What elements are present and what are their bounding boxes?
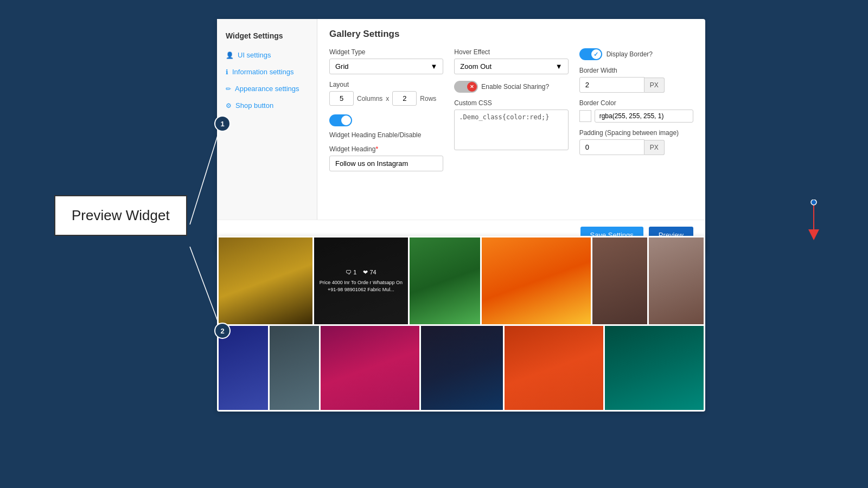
caption: Price 4000 Inr To Orde r Whatsapp On +91… [314,279,408,293]
heading-toggle-group: Widget Heading Enable/Disable [329,112,443,139]
color-swatch[interactable] [579,110,591,122]
display-border-toggle[interactable]: ✓ [579,48,602,60]
hover-effect-select[interactable]: Zoom Out ▼ [454,59,568,74]
social-sharing-toggle[interactable]: ✕ [454,81,478,93]
gallery-item-10 [605,326,704,410]
border-color-row [579,110,693,123]
padding-label: Padding (Spacing between image) [579,129,693,137]
border-width-group: Border Width PX [579,67,693,93]
gallery-settings-panel: Gallery Settings Widget Type Grid ▼ Layo [317,19,705,220]
hover-effect-group: Hover Effect Zoom Out ▼ [454,48,568,74]
padding-row: PX [579,139,693,155]
comments-count: ❤ 74 [363,269,376,276]
gallery-row-2 [219,326,704,410]
layout-group: Layout Columns x Rows [329,81,443,106]
padding-input[interactable] [579,139,644,155]
chevron-down-icon: ▼ [430,62,437,70]
svg-marker-3 [808,229,819,240]
layout-label: Layout [329,81,443,88]
settings-panel: Widget Settings 👤 UI settings ℹ Informat… [217,19,705,220]
preview-widget-label: Preview Widget [72,207,170,223]
heading-toggle-wrap [329,114,443,126]
border-width-unit: PX [644,78,665,93]
svg-point-4 [811,200,816,205]
check-icon: ✓ [593,51,598,58]
custom-css-textarea[interactable]: .Demo_class{color:red;} [454,110,568,150]
sidebar-label-shop: Shop button [235,101,273,110]
gallery-item-2: 🗨 1 ❤ 74 Price 4000 Inr To Orde r Whatsa… [314,237,408,324]
gear-icon: ⚙ [226,102,232,110]
badge-1: 1 [214,115,231,132]
toggle-blue-knob: ✓ [591,49,601,59]
border-color-group: Border Color [579,99,693,123]
padding-group: Padding (Spacing between image) PX [579,129,693,155]
badge-2: 2 [214,323,231,339]
gallery-row-1: 🗨 1 ❤ 74 Price 4000 Inr To Orde r Whatsa… [219,237,704,324]
gallery-item-8 [421,326,503,410]
custom-css-label: Custom CSS [454,99,568,107]
gallery-item-1 [219,237,312,324]
gallery-settings-title: Gallery Settings [329,29,693,40]
sidebar: Widget Settings 👤 UI settings ℹ Informat… [217,19,317,220]
heading-toggle-label: Widget Heading Enable/Disable [329,131,443,139]
border-width-label: Border Width [579,67,693,74]
gallery-item-3 [410,237,480,324]
gallery-preview-section: 🗨 1 ❤ 74 Price 4000 Inr To Orde r Whatsa… [217,236,705,412]
sidebar-item-appearance-settings[interactable]: ✏ Appearance settings [217,80,317,97]
border-width-input[interactable] [579,77,644,93]
gallery-item-7 [321,326,419,410]
layout-row: Columns x Rows [329,91,443,106]
likes-count: 🗨 1 [346,269,356,276]
widget-type-label: Widget Type [329,48,443,56]
sidebar-label-ui: UI settings [238,51,271,59]
widget-type-group: Widget Type Grid ▼ [329,48,443,74]
widget-heading-label: Widget Heading* [329,145,443,153]
chevron-down-icon-hover: ▼ [556,62,563,70]
red-arrow [806,200,822,243]
gallery-item-5b [649,237,704,324]
gallery-item-4 [482,237,591,324]
display-border-row: ✓ Display Border? [579,48,693,60]
col-right: ✓ Display Border? Border Width PX [579,48,693,171]
gallery-item-9 [505,326,603,410]
columns-label: Columns [357,95,382,102]
columns-input[interactable] [329,91,354,106]
user-icon: 👤 [226,52,234,59]
toggle-knob [341,115,351,125]
social-sharing-label: Enable Social Sharing? [481,83,549,91]
col-mid: Hover Effect Zoom Out ▼ ✕ Enable Social [454,48,568,171]
gallery-item-5a [592,237,647,324]
gallery-item-6a [219,326,268,410]
social-sharing-group: ✕ Enable Social Sharing? [454,81,568,93]
display-border-group: ✓ Display Border? [579,48,693,60]
border-color-label: Border Color [579,99,693,107]
border-color-input[interactable] [595,110,693,123]
custom-css-group: Custom CSS .Demo_class{color:red;} [454,99,568,150]
sidebar-item-shop-button[interactable]: ⚙ Shop button [217,97,317,114]
settings-container: Widget Settings 👤 UI settings ℹ Informat… [217,19,705,252]
rows-label: Rows [420,95,436,102]
border-width-row: PX [579,77,693,93]
preview-widget-box: Preview Widget [54,195,187,236]
sidebar-label-information: Information settings [232,68,293,76]
x-label: x [386,95,389,102]
sidebar-item-information-settings[interactable]: ℹ Information settings [217,63,317,80]
hover-effect-label: Hover Effect [454,48,568,56]
display-border-label: Display Border? [607,50,653,58]
pencil-icon: ✏ [226,85,231,93]
info-icon: ℹ [226,68,228,76]
widget-heading-input[interactable] [329,156,443,171]
sidebar-item-ui-settings[interactable]: 👤 UI settings [217,47,317,63]
padding-unit: PX [644,140,665,155]
col-left: Widget Type Grid ▼ Layout Columns x [329,48,443,171]
heading-toggle[interactable] [329,114,352,126]
sidebar-title: Widget Settings [217,27,317,47]
rows-input[interactable] [392,91,417,106]
toggle-x-icon: ✕ [467,82,477,92]
gallery-item-6b [270,326,319,410]
widget-type-select[interactable]: Grid ▼ [329,59,443,74]
sidebar-label-appearance: Appearance settings [235,85,299,93]
widget-heading-group: Widget Heading* [329,145,443,171]
social-toggle: ✕ Enable Social Sharing? [454,81,568,93]
